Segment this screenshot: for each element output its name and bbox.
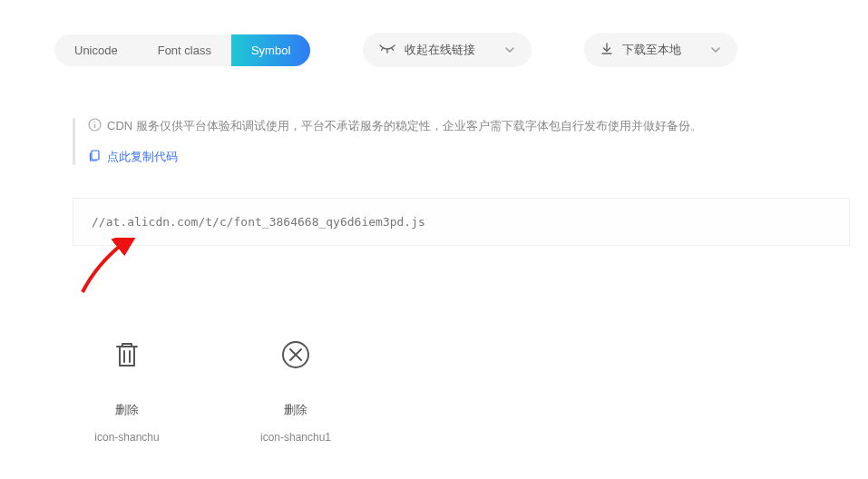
- copy-icon: [88, 149, 102, 165]
- info-icon: [88, 118, 102, 134]
- collapse-label: 收起在线链接: [405, 42, 475, 58]
- download-label: 下载至本地: [622, 42, 681, 58]
- cdn-notice: CDN 服务仅供平台体验和调试使用，平台不承诺服务的稳定性，企业客户需下载字体包…: [73, 118, 814, 165]
- x-circle-icon: [278, 337, 314, 373]
- svg-rect-3: [92, 151, 99, 160]
- notice-text: CDN 服务仅供平台体验和调试使用，平台不承诺服务的稳定性，企业客户需下载字体包…: [107, 118, 702, 134]
- chevron-down-icon: [504, 46, 515, 54]
- chevron-down-icon: [710, 46, 721, 54]
- icon-label: 删除: [284, 402, 307, 418]
- toolbar: Unicode Font class Symbol 收起在线链接 下载至本地: [0, 0, 868, 67]
- copy-code-label: 点此复制代码: [107, 149, 178, 165]
- icon-label: 删除: [115, 402, 139, 418]
- annotation-arrow: [78, 238, 151, 301]
- code-type-tabs: Unicode Font class Symbol: [54, 34, 310, 66]
- download-local-button[interactable]: 下载至本地: [584, 33, 737, 67]
- tab-symbol[interactable]: Symbol: [231, 34, 310, 66]
- eye-closed-icon: [379, 44, 395, 57]
- download-icon: [600, 43, 613, 58]
- icon-grid: 删除 icon-shanchu 删除 icon-shanchu1: [82, 337, 868, 444]
- tab-font-class[interactable]: Font class: [138, 34, 231, 66]
- icon-cell-shanchu[interactable]: 删除 icon-shanchu: [82, 337, 172, 444]
- tab-unicode[interactable]: Unicode: [54, 34, 138, 66]
- copy-code-link[interactable]: 点此复制代码: [88, 149, 814, 165]
- icon-class-name: icon-shanchu: [94, 431, 159, 444]
- cdn-url-box[interactable]: //at.alicdn.com/t/c/font_3864668_qy6d6ie…: [73, 198, 850, 246]
- collapse-online-link-button[interactable]: 收起在线链接: [363, 33, 532, 67]
- trash-icon: [109, 337, 145, 373]
- icon-class-name: icon-shanchu1: [260, 431, 331, 444]
- icon-cell-shanchu1[interactable]: 删除 icon-shanchu1: [250, 337, 341, 444]
- cdn-url: //at.alicdn.com/t/c/font_3864668_qy6d6ie…: [92, 215, 425, 229]
